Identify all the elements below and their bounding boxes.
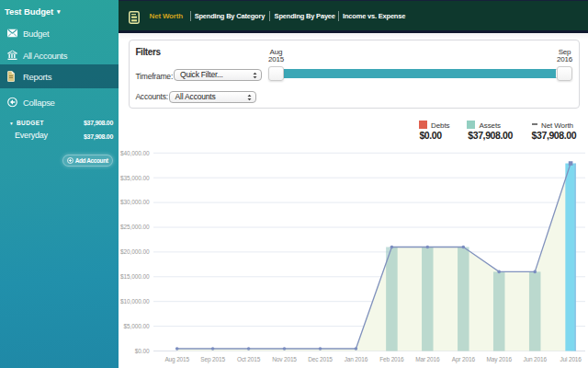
svg-text:$40,000.00: $40,000.00 — [120, 150, 150, 156]
svg-text:Nov 2015: Nov 2015 — [272, 356, 297, 362]
svg-text:May 2016: May 2016 — [487, 356, 513, 363]
svg-text:$35,000.00: $35,000.00 — [120, 175, 150, 181]
svg-text:$20,000.00: $20,000.00 — [120, 248, 150, 255]
svg-text:Mar 2016: Mar 2016 — [415, 356, 440, 362]
svg-text:$25,000.00: $25,000.00 — [120, 224, 150, 230]
svg-text:$5,000.00: $5,000.00 — [123, 323, 150, 329]
svg-text:$10,000.00: $10,000.00 — [120, 298, 150, 305]
svg-text:$15,000.00: $15,000.00 — [120, 273, 150, 280]
svg-text:Aug 2015: Aug 2015 — [164, 356, 189, 363]
svg-text:Apr 2016: Apr 2016 — [452, 356, 476, 363]
svg-text:Jan 2016: Jan 2016 — [345, 356, 368, 362]
svg-text:Feb 2016: Feb 2016 — [379, 356, 404, 362]
svg-text:Sep 2015: Sep 2015 — [200, 356, 225, 363]
svg-text:Oct 2015: Oct 2015 — [237, 356, 261, 362]
svg-text:$30,000.00: $30,000.00 — [120, 199, 150, 205]
svg-text:Jul 2016: Jul 2016 — [560, 356, 582, 362]
svg-text:Jun 2016: Jun 2016 — [523, 356, 547, 362]
svg-text:$0.00: $0.00 — [135, 348, 150, 354]
svg-text:Dec 2015: Dec 2015 — [308, 356, 333, 362]
